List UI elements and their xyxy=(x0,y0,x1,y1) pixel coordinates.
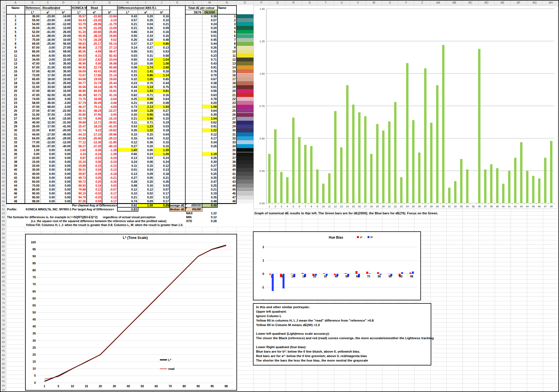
cell[interactable]: 37.00 xyxy=(40,113,56,117)
row-header-31[interactable]: 31 xyxy=(0,125,6,129)
column-header-S[interactable]: S xyxy=(302,0,318,5)
cell[interactable]: 26 xyxy=(217,113,236,117)
cell[interactable]: 39 xyxy=(6,164,25,168)
cell[interactable]: 0.32 xyxy=(117,77,138,81)
cell[interactable]: -11.79 xyxy=(102,22,117,26)
cell[interactable] xyxy=(170,34,185,38)
cell[interactable]: 0.56 xyxy=(202,89,217,93)
cell[interactable]: 39.87 xyxy=(71,172,87,176)
row-header-45[interactable]: 45 xyxy=(0,180,6,184)
cell[interactable]: regardless of actual visual perception xyxy=(102,215,170,219)
cell[interactable]: 51.34 xyxy=(71,30,87,34)
row-header-23[interactable]: 23 xyxy=(0,93,6,97)
cell[interactable]: 56.69 xyxy=(71,69,87,73)
cell[interactable] xyxy=(185,46,202,50)
cell[interactable]: 0.48 xyxy=(154,38,170,42)
color-swatch-29[interactable] xyxy=(236,125,254,129)
cell[interactable] xyxy=(185,93,202,97)
cell[interactable] xyxy=(170,196,185,199)
cell[interactable]: 0.09 xyxy=(138,172,154,176)
cell[interactable] xyxy=(102,5,117,10)
cell[interactable]: 0.12 xyxy=(154,196,170,199)
cell[interactable]: 0.20 xyxy=(138,180,154,184)
cell[interactable]: -3.00 xyxy=(56,18,71,22)
cell[interactable]: 35 xyxy=(217,148,236,152)
cell[interactable]: 0.03 xyxy=(154,184,170,187)
cell[interactable]: 66.92 xyxy=(71,65,87,69)
cell[interactable] xyxy=(236,5,254,10)
cell[interactable]: -0.09 xyxy=(87,172,102,176)
cell[interactable]: 0.00 xyxy=(87,61,102,65)
cell[interactable] xyxy=(185,69,202,73)
column-header-U[interactable]: U xyxy=(334,0,350,5)
row-header-42[interactable]: 42 xyxy=(0,168,6,172)
color-swatch-14[interactable] xyxy=(236,65,254,69)
cell[interactable]: 30.80 xyxy=(71,113,87,117)
cell[interactable]: -0.03 xyxy=(87,156,102,160)
cell[interactable]: 40 xyxy=(6,168,25,172)
cell[interactable]: 0.00 xyxy=(40,148,56,152)
row-header-57[interactable]: 57 xyxy=(0,227,6,231)
cell[interactable]: 8 xyxy=(6,42,25,46)
cell[interactable] xyxy=(170,180,185,184)
cell[interactable]: 0.05 xyxy=(138,176,154,180)
cell[interactable]: 39.89 xyxy=(71,121,87,125)
column-header-AE[interactable]: AE xyxy=(495,0,511,5)
cell[interactable]: 0.11 xyxy=(117,121,138,125)
cell[interactable]: 0.03 xyxy=(138,156,154,160)
cell[interactable]: 0.26 xyxy=(202,156,217,160)
cell[interactable]: 56.00 xyxy=(56,42,71,46)
cell[interactable]: 0.57 xyxy=(117,18,138,22)
cell[interactable]: 0.26 xyxy=(202,144,217,148)
cell[interactable]: Total dE per colour xyxy=(185,5,217,10)
cell[interactable]: -3.10 xyxy=(102,18,117,22)
cell[interactable]: 63.00 xyxy=(56,65,71,69)
cell[interactable]: 10 xyxy=(6,50,25,54)
row-header-48[interactable]: 48 xyxy=(0,192,6,196)
cell[interactable]: 31.00 xyxy=(25,85,40,89)
cell[interactable]: -12.00 xyxy=(56,22,71,26)
cell[interactable]: 86.86 xyxy=(71,46,87,50)
row-header-36[interactable]: 36 xyxy=(0,144,6,148)
cell[interactable]: 55.00 xyxy=(25,18,40,22)
cell[interactable]: 46.38 xyxy=(71,93,87,97)
cell[interactable]: 0.39 xyxy=(202,113,217,117)
cell[interactable]: 0.26 xyxy=(138,18,154,22)
cell[interactable]: -4.59 xyxy=(102,105,117,109)
row-header-54[interactable]: 54 xyxy=(0,215,6,219)
cell[interactable]: 0.09 xyxy=(138,101,154,105)
cell[interactable]: 0.19 xyxy=(202,192,217,196)
cell[interactable]: 22 xyxy=(217,97,236,101)
cell[interactable] xyxy=(185,180,202,184)
cell[interactable]: 0.00 xyxy=(56,164,71,168)
cell[interactable]: 68.00 xyxy=(40,105,56,109)
cell[interactable]: 0.00 xyxy=(56,97,71,101)
cell[interactable]: 2.60 xyxy=(71,148,87,152)
row-header-13[interactable]: 13 xyxy=(0,54,6,58)
cell[interactable]: 0.75 xyxy=(154,85,170,89)
row-header-91[interactable]: 91 xyxy=(0,375,6,379)
color-swatch-27[interactable] xyxy=(236,117,254,121)
cell[interactable]: 0.24 xyxy=(154,160,170,164)
row-header-47[interactable]: 47 xyxy=(0,187,6,191)
cell[interactable]: 35.00 xyxy=(56,69,71,73)
cell[interactable]: 26.00 xyxy=(25,125,40,129)
cell[interactable]: 24 xyxy=(217,105,236,109)
row-header-46[interactable]: 46 xyxy=(0,184,6,187)
cell[interactable]: 0.47 xyxy=(202,180,217,184)
cell[interactable]: 35.00 xyxy=(56,61,71,65)
row-header-74[interactable]: 74 xyxy=(0,301,6,305)
cell[interactable]: 0.70 xyxy=(202,73,217,77)
cell[interactable]: 0.23 xyxy=(117,81,138,85)
cell[interactable]: 69.92 xyxy=(71,184,87,187)
cell[interactable]: 0.00 xyxy=(138,61,154,65)
cell[interactable]: 18.98 xyxy=(87,97,102,101)
cell[interactable] xyxy=(170,58,185,61)
cell[interactable]: 18.23 xyxy=(87,125,102,129)
cell[interactable]: 15.00 xyxy=(25,160,40,164)
color-swatch-13[interactable] xyxy=(236,61,254,65)
cell[interactable] xyxy=(170,117,185,121)
cell[interactable] xyxy=(185,58,202,61)
row-header-3[interactable]: 3 xyxy=(0,14,6,18)
cell[interactable]: 36.41 xyxy=(71,109,87,113)
